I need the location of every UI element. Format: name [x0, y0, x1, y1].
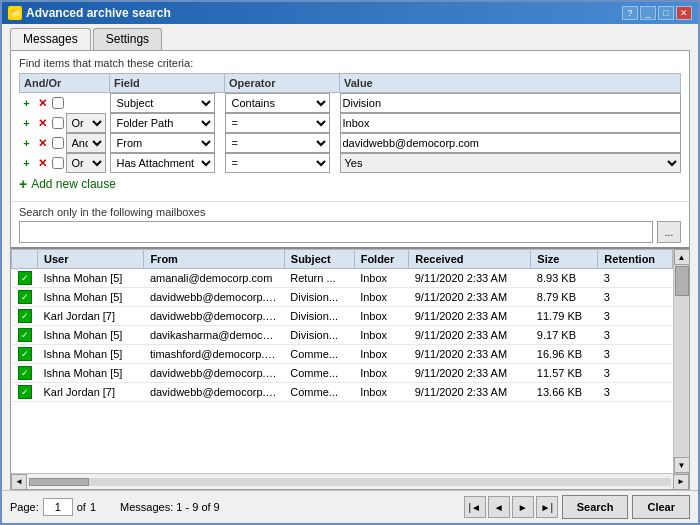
subject-cell: Return ...: [284, 269, 354, 288]
remove-row-button[interactable]: ✕: [36, 136, 50, 150]
andor-select-3[interactable]: OrAnd: [66, 133, 106, 153]
row-checkbox[interactable]: [52, 97, 64, 109]
retention-cell: 3: [598, 326, 673, 345]
add-clause-button[interactable]: + Add new clause: [19, 173, 681, 195]
add-row-button[interactable]: +: [20, 96, 34, 110]
next-page-button[interactable]: ►: [512, 496, 534, 518]
first-page-button[interactable]: |◄: [464, 496, 486, 518]
row-checkbox[interactable]: [52, 157, 64, 169]
row-controls: + ✕ OrAnd: [20, 153, 110, 173]
subject-cell: Comme...: [284, 364, 354, 383]
subject-cell: Division...: [284, 307, 354, 326]
size-col-header: Size: [531, 250, 598, 269]
add-row-button[interactable]: +: [20, 136, 34, 150]
size-cell: 8.79 KB: [531, 288, 598, 307]
andor-select-2[interactable]: OrAnd: [66, 113, 106, 133]
window-icon: 📁: [8, 6, 22, 20]
row-check-icon: ✓: [18, 385, 32, 399]
clear-button[interactable]: Clear: [632, 495, 690, 519]
row-check-icon: ✓: [18, 347, 32, 361]
size-cell: 11.57 KB: [531, 364, 598, 383]
prev-page-button[interactable]: ◄: [488, 496, 510, 518]
table-row[interactable]: ✓Ishna Mohan [5]davikasharma@democorp.co…: [12, 326, 673, 345]
table-row[interactable]: ✓Ishna Mohan [5]amanali@democorp.comRetu…: [12, 269, 673, 288]
folder-cell: Inbox: [354, 269, 409, 288]
size-cell: 9.17 KB: [531, 326, 598, 345]
value-header: Value: [340, 74, 681, 93]
received-cell: 9/11/2020 2:33 AM: [409, 383, 531, 402]
field-select-4[interactable]: Subject Folder Path From Has Attachment: [110, 153, 215, 173]
subject-cell: Comme...: [284, 345, 354, 364]
tab-messages[interactable]: Messages: [10, 28, 91, 50]
scroll-down-button[interactable]: ▼: [674, 457, 690, 473]
retention-cell: 3: [598, 345, 673, 364]
close-button[interactable]: ✕: [676, 6, 692, 20]
remove-row-button[interactable]: ✕: [36, 116, 50, 130]
tab-bar: Messages Settings: [2, 24, 698, 50]
add-clause-plus-icon: +: [19, 176, 27, 192]
andor-select-4[interactable]: OrAnd: [66, 153, 106, 173]
operator-select-3[interactable]: Contains =: [225, 133, 330, 153]
row-checkbox[interactable]: [52, 117, 64, 129]
row-checkbox[interactable]: [52, 137, 64, 149]
results-table-container[interactable]: User From Subject Folder Received Size R…: [11, 249, 673, 473]
h-scroll-track: [29, 478, 671, 486]
page-number-input[interactable]: [43, 498, 73, 516]
from-cell: davidwebb@democorp.com: [144, 307, 284, 326]
andor-header: And/Or: [20, 74, 110, 93]
retention-cell: 3: [598, 364, 673, 383]
h-scroll-thumb[interactable]: [29, 478, 89, 486]
table-row[interactable]: ✓Ishna Mohan [5]davidwebb@democorp.comDi…: [12, 288, 673, 307]
row-controls: + ✕: [20, 96, 110, 110]
row-controls: + ✕ OrAnd: [20, 133, 110, 153]
value-input-2[interactable]: [340, 113, 681, 133]
mailbox-section: Search only in the following mailboxes .…: [11, 201, 689, 247]
minimize-button[interactable]: _: [640, 6, 656, 20]
table-row[interactable]: ✓Ishna Mohan [5]davidwebb@democorp.comCo…: [12, 364, 673, 383]
scroll-thumb[interactable]: [675, 266, 689, 296]
field-select-1[interactable]: Subject Folder Path From Has Attachment: [110, 93, 215, 113]
vertical-scrollbar[interactable]: ▲ ▼: [673, 249, 689, 473]
results-section: User From Subject Folder Received Size R…: [11, 247, 689, 489]
horizontal-scrollbar[interactable]: ◄ ►: [11, 473, 689, 489]
add-row-button[interactable]: +: [20, 116, 34, 130]
value-input-3[interactable]: [340, 133, 681, 153]
tab-settings[interactable]: Settings: [93, 28, 162, 50]
operator-select-1[interactable]: Contains =: [225, 93, 330, 113]
size-cell: 8.93 KB: [531, 269, 598, 288]
user-cell: Karl Jordan [7]: [38, 307, 144, 326]
value-select-4[interactable]: Yes No: [340, 153, 681, 173]
subject-cell: Division...: [284, 326, 354, 345]
last-page-button[interactable]: ►|: [536, 496, 558, 518]
value-input-1[interactable]: [340, 93, 681, 113]
search-button[interactable]: Search: [562, 495, 629, 519]
operator-select-4[interactable]: Contains =: [225, 153, 330, 173]
from-cell: davidwebb@democorp.com: [144, 288, 284, 307]
folder-cell: Inbox: [354, 326, 409, 345]
title-bar: 📁 Advanced archive search ? _ □ ✕: [2, 2, 698, 24]
table-row[interactable]: ✓Karl Jordan [7]davidwebb@democorp.comDi…: [12, 307, 673, 326]
remove-row-button[interactable]: ✕: [36, 156, 50, 170]
browse-button[interactable]: ...: [657, 221, 681, 243]
help-button[interactable]: ?: [622, 6, 638, 20]
scroll-left-button[interactable]: ◄: [11, 474, 27, 490]
retention-cell: 3: [598, 269, 673, 288]
scroll-right-button[interactable]: ►: [673, 474, 689, 490]
field-select-2[interactable]: Subject Folder Path From Has Attachment: [110, 113, 215, 133]
field-select-3[interactable]: Subject Folder Path From Has Attachment: [110, 133, 215, 153]
add-row-button[interactable]: +: [20, 156, 34, 170]
table-row[interactable]: ✓Ishna Mohan [5]timashford@democorp.comC…: [12, 345, 673, 364]
maximize-button[interactable]: □: [658, 6, 674, 20]
scroll-up-button[interactable]: ▲: [674, 249, 690, 265]
criteria-row: + ✕ OrAnd Subject Folder Path: [20, 113, 681, 133]
received-cell: 9/11/2020 2:33 AM: [409, 288, 531, 307]
folder-cell: Inbox: [354, 288, 409, 307]
row-check-icon: ✓: [18, 290, 32, 304]
check-col-header: [12, 250, 38, 269]
table-row[interactable]: ✓Karl Jordan [7]davidwebb@democorp.comCo…: [12, 383, 673, 402]
remove-row-button[interactable]: ✕: [36, 96, 50, 110]
results-table: User From Subject Folder Received Size R…: [11, 249, 673, 402]
operator-select-2[interactable]: Contains =: [225, 113, 330, 133]
tab-content: Find items that match these criteria: An…: [10, 50, 690, 490]
mailbox-input[interactable]: [19, 221, 653, 243]
